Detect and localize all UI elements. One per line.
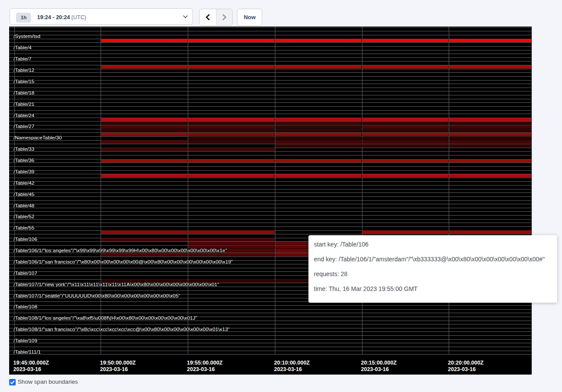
svg-text:20:20:00.000Z: 20:20:00.000Z xyxy=(448,360,484,366)
svg-text:/Table/24: /Table/24 xyxy=(14,112,34,118)
svg-text:/Table/45: /Table/45 xyxy=(14,191,34,197)
svg-text:/Table/48: /Table/48 xyxy=(14,203,34,209)
svg-text:/Table/106/1/"los angeles"/"\x: /Table/106/1/"los angeles"/"\x99\x99\x99… xyxy=(14,247,227,253)
svg-text:/Table/108/1/"los angeles"/"\x: /Table/108/1/"los angeles"/"\xa8\xf5\u00… xyxy=(14,315,197,321)
svg-text:/Table/18: /Table/18 xyxy=(14,90,34,96)
svg-text:19:50:00.000Z: 19:50:00.000Z xyxy=(100,360,136,366)
svg-text:/Table/39: /Table/39 xyxy=(14,169,34,175)
svg-text:/Table/21: /Table/21 xyxy=(14,101,34,107)
svg-text:/Table/36: /Table/36 xyxy=(14,157,34,163)
svg-text:2023-03-16: 2023-03-16 xyxy=(361,366,389,372)
svg-text:/System/tsd: /System/tsd xyxy=(14,33,41,39)
svg-text:/Table/111/1: /Table/111/1 xyxy=(14,349,41,355)
svg-text:2023-03-16: 2023-03-16 xyxy=(100,366,128,372)
svg-text:/Table/12: /Table/12 xyxy=(14,67,34,73)
svg-text:20:10:00.000Z: 20:10:00.000Z xyxy=(274,360,310,366)
svg-text:/Table/4: /Table/4 xyxy=(14,44,32,51)
svg-text:/Table/7: /Table/7 xyxy=(14,56,31,62)
svg-text:19:45:00.000Z: 19:45:00.000Z xyxy=(14,360,49,366)
svg-text:/NamespaceTable/30: /NamespaceTable/30 xyxy=(14,135,62,141)
svg-text:2023-03-16: 2023-03-16 xyxy=(448,366,476,372)
svg-text:2023-03-16: 2023-03-16 xyxy=(187,366,215,372)
svg-text:/Table/106: /Table/106 xyxy=(14,236,37,242)
svg-text:/Table/108/1/"san francisco"/": /Table/108/1/"san francisco"/"\x8c\xcc\x… xyxy=(14,326,230,332)
svg-text:/Table/27: /Table/27 xyxy=(14,123,34,129)
svg-text:2023-03-16: 2023-03-16 xyxy=(274,366,302,372)
svg-text:19:55:00.000Z: 19:55:00.000Z xyxy=(187,360,223,366)
svg-text:/Table/33: /Table/33 xyxy=(14,146,34,152)
svg-text:/Table/109: /Table/109 xyxy=(14,338,37,344)
svg-text:/Table/108: /Table/108 xyxy=(14,304,37,310)
svg-text:/Table/107: /Table/107 xyxy=(14,270,37,276)
svg-text:2023-03-16: 2023-03-16 xyxy=(14,366,41,372)
svg-text:/Table/107/1/"seattle"/"UUUUUU: /Table/107/1/"seattle"/"UUUUUUD\x00\x80\… xyxy=(14,293,180,299)
svg-text:/Table/106/1/"san francisco"/": /Table/106/1/"san francisco"/"\x80\x00\x… xyxy=(14,259,233,265)
svg-text:/Table/55: /Table/55 xyxy=(14,225,34,231)
svg-text:/Table/107/1/"new york"/"\x11\: /Table/107/1/"new york"/"\x11\x11\x11\x1… xyxy=(14,281,219,287)
svg-text:/Table/52: /Table/52 xyxy=(14,213,34,220)
svg-text:/Table/42: /Table/42 xyxy=(14,180,34,186)
svg-text:20:15:00.000Z: 20:15:00.000Z xyxy=(361,360,397,366)
svg-text:/Table/15: /Table/15 xyxy=(14,78,34,84)
